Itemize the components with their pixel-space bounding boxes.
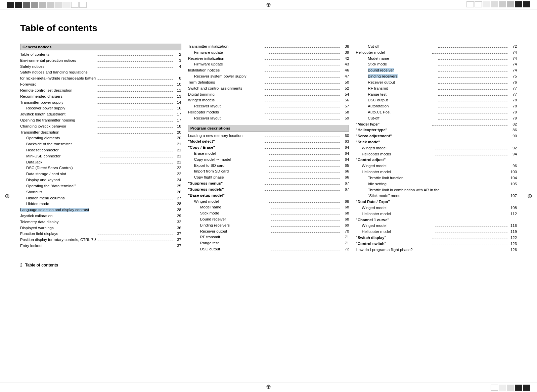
- toc-entry: Position display for rotary controls, CT…: [20, 237, 181, 243]
- toc-entry-text: Firmware update: [194, 50, 267, 56]
- toc-page-num: 17: [173, 111, 181, 117]
- toc-dots: [97, 223, 173, 223]
- toc-entry: DSC (Direct Servo Control)22: [20, 165, 181, 171]
- toc-entry: DSC output72: [188, 246, 349, 252]
- toc-page-num: 47: [341, 74, 349, 80]
- toc-dots: [265, 142, 341, 143]
- toc-dots: [271, 238, 341, 238]
- toc-page-num: 25: [173, 183, 181, 189]
- toc-entry: Range test71: [188, 240, 349, 246]
- toc-dots: [265, 137, 341, 137]
- toc-entry-text: Export to SD card: [194, 163, 267, 169]
- toc-entry: Headset connector21: [20, 147, 181, 153]
- toc-entry-text: Operating the "data terminal": [26, 183, 99, 189]
- toc-entry: Receiver output70: [188, 229, 349, 235]
- toc-page-num: 46: [341, 67, 349, 74]
- toc-page-num: 72: [509, 44, 517, 50]
- toc-entry: Data jack21: [20, 159, 181, 165]
- toc-page-num: 21: [173, 153, 181, 159]
- toc-entry-text: Changing joystick behavior: [20, 124, 96, 130]
- toc-dots: [265, 83, 341, 84]
- toc-entry: Switch and control assignments52: [188, 86, 349, 92]
- toc-entry-text: Firmware update: [194, 61, 267, 67]
- toc-entry-text: "Base setup model": [188, 193, 349, 199]
- toc-entry: Helicopter models58: [188, 109, 349, 115]
- toc-entry-text: DSC output: [368, 97, 438, 103]
- toc-entry-text: Transmitter power supply: [20, 100, 96, 106]
- toc-page-num: 21: [173, 147, 181, 153]
- toc-entry: Installation notices46: [188, 67, 349, 74]
- toc-dots: [100, 193, 173, 193]
- toc-page-num: 20: [173, 130, 181, 136]
- toc-entry: "Stick mode" menu107: [356, 193, 517, 199]
- sqr5: [499, 1, 506, 7]
- toc-entry-text: Safety notices and handling regulations: [20, 69, 181, 76]
- toc-entry: Copy flight phase66: [188, 175, 349, 181]
- col1-entries: Table of contents2Environmental protecti…: [20, 52, 181, 249]
- toc-entry-text: Helicopter model: [362, 229, 435, 235]
- toc-page-num: 90: [509, 133, 517, 139]
- toc-dots: [271, 226, 341, 227]
- toc-dots: [265, 89, 341, 90]
- toc-dots: [97, 55, 173, 56]
- toc-entry-text: Helicopter model: [356, 50, 432, 56]
- sq10: [79, 2, 87, 8]
- toc-dots: [100, 157, 173, 157]
- toc-dots: [97, 121, 173, 121]
- toc-dots: [268, 160, 341, 161]
- col3-entries: Cut-off72Helicopter model74Model name74S…: [356, 44, 517, 253]
- toc-dots: [97, 97, 173, 98]
- toc-page-num: 68: [341, 216, 349, 223]
- toc-entry-text: DSC output: [200, 246, 270, 252]
- toc-dots: [100, 187, 173, 187]
- toc-entry-text: Helicopter models: [188, 109, 264, 115]
- toc-dots: [97, 103, 173, 104]
- toc-entry: "Copy / Erase"64: [188, 145, 349, 151]
- toc-entry-text: Opening the transmitter housing: [20, 117, 96, 124]
- toc-entry-text: "Copy / Erase": [188, 145, 264, 151]
- col3: Cut-off72Helicopter model74Model name74S…: [356, 44, 517, 253]
- toc-dots: [97, 91, 173, 92]
- toc-entry: Firmware update43: [188, 61, 349, 67]
- toc-entry-text: Language selection and display contrast: [20, 207, 96, 213]
- toc-entry-text: Erase model: [194, 151, 267, 157]
- toc-entry-text: "Servo adjustment": [356, 133, 432, 139]
- toc-entry-text: Installation notices: [188, 67, 264, 74]
- toc-page-num: 78: [509, 103, 517, 109]
- toc-page-num: 94: [509, 151, 517, 157]
- toc-page-num: 72: [341, 246, 349, 252]
- toc-entry-text: Safety notices: [20, 64, 96, 70]
- toc-dots: [100, 163, 173, 163]
- toc-page-num: 18: [173, 124, 181, 130]
- toc-entry: Entry lockout37: [20, 243, 181, 249]
- toc-dots: [432, 125, 508, 126]
- toc-entry: Range test77: [356, 92, 517, 98]
- toc-dots: [271, 220, 341, 220]
- toc-page-num: 21: [173, 159, 181, 165]
- toc-page-num: 71: [341, 240, 349, 246]
- toc-entry-text: Copy flight phase: [194, 175, 267, 181]
- toc-entry: Cut-off79: [356, 115, 517, 121]
- toc-entry-text: Receiver output: [200, 229, 270, 235]
- toc-entry: Throttle limit in combination with AR in…: [356, 187, 517, 193]
- toc-entry-text: "Channel 1 curve": [356, 217, 517, 223]
- toc-entry: Cut-off72: [356, 44, 517, 50]
- toc-entry: Winged models56: [188, 97, 349, 103]
- toc-dots: [268, 178, 341, 179]
- toc-page-num: 74: [509, 50, 517, 56]
- toc-dots: [268, 172, 341, 173]
- toc-entry-text: Recommended chargers: [20, 94, 96, 100]
- toc-entry: Model name74: [356, 56, 517, 62]
- toc-entry: Helicopter model94: [356, 151, 517, 157]
- toc-entry: Export to SD card65: [188, 163, 349, 169]
- toc-dots: [435, 149, 508, 149]
- toc-entry-text: "Dual Rate / Expo": [356, 199, 517, 205]
- toc-entry-text: Receiver system power supply: [194, 74, 267, 80]
- toc-page-num: 64: [341, 151, 349, 157]
- toc-entry: Safety notices and handling regulations: [20, 69, 181, 76]
- toc-entry: Winged model96: [356, 163, 517, 169]
- page-title: Table of contents: [20, 23, 517, 34]
- toc-entry-text: "Suppress models": [188, 187, 264, 193]
- toc-page-num: 71: [341, 234, 349, 240]
- toc-entry-text: "Helicopter type": [356, 127, 432, 133]
